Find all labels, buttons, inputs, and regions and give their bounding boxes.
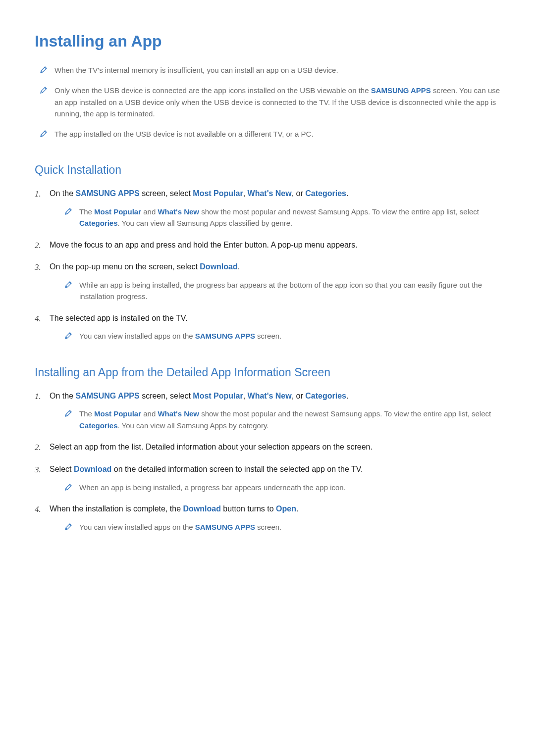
pencil-icon xyxy=(64,331,72,339)
text: The app installed on the USB device is n… xyxy=(54,130,314,138)
link-text: SAMSUNG APPS xyxy=(195,523,255,531)
pencil-icon xyxy=(40,65,48,73)
text: On the xyxy=(50,189,75,198)
note: While an app is being installed, the pro… xyxy=(50,279,500,302)
section-heading: Quick Installation xyxy=(35,163,500,177)
step-item: The selected app is installed on the TV.… xyxy=(35,312,500,342)
text: Only when the USB device is connected ar… xyxy=(54,86,371,95)
link-text: Categories xyxy=(305,189,346,198)
text: screen, select xyxy=(140,189,193,198)
text: . xyxy=(238,262,240,271)
text: and xyxy=(141,409,158,418)
text: , or xyxy=(292,392,306,400)
note-text: When an app is being installed, a progre… xyxy=(79,482,346,493)
text: on the detailed information screen to in… xyxy=(111,465,363,473)
pencil-icon xyxy=(40,129,48,137)
text: . xyxy=(346,392,348,400)
text: show the most popular and newest Samsung… xyxy=(199,207,479,216)
link-text: Most Popular xyxy=(193,392,243,400)
link-text: What's New xyxy=(248,189,292,198)
note-text: Only when the USB device is connected ar… xyxy=(54,85,500,119)
link-text: Most Popular xyxy=(193,189,243,198)
step-item: When the installation is complete, the D… xyxy=(35,503,500,533)
link-text: Most Popular xyxy=(94,207,141,216)
link-text: What's New xyxy=(158,207,199,216)
section-heading: Installing an App from the Detailed App … xyxy=(35,366,500,379)
note: When the TV's internal memory is insuffi… xyxy=(35,64,500,76)
link-text: SAMSUNG APPS xyxy=(195,332,255,340)
link-text: Download xyxy=(200,262,237,271)
note-text: The Most Popular and What's New show the… xyxy=(79,408,500,431)
step-item: On the pop-up menu on the screen, select… xyxy=(35,261,500,302)
link-text: Download xyxy=(74,465,111,473)
note: When an app is being installed, a progre… xyxy=(50,482,500,493)
step-text: On the SAMSUNG APPS screen, select Most … xyxy=(50,390,500,403)
text: screen. xyxy=(255,523,281,531)
link-text: Categories xyxy=(79,421,118,430)
text: On the xyxy=(50,392,75,400)
text: . xyxy=(346,189,348,198)
note-text: While an app is being installed, the pro… xyxy=(79,279,500,302)
note-text: The app installed on the USB device is n… xyxy=(54,128,314,140)
step-item: On the SAMSUNG APPS screen, select Most … xyxy=(35,390,500,431)
link-text: SAMSUNG APPS xyxy=(371,86,431,95)
top-notes-block: When the TV's internal memory is insuffi… xyxy=(35,64,500,140)
step-text: Move the focus to an app and press and h… xyxy=(50,239,500,252)
link-text: SAMSUNG APPS xyxy=(75,392,139,400)
step-item: Move the focus to an app and press and h… xyxy=(35,239,500,252)
pencil-icon xyxy=(40,86,48,94)
text: and xyxy=(141,207,158,216)
text: On the pop-up menu on the screen, select xyxy=(50,262,200,271)
step-text: The selected app is installed on the TV. xyxy=(50,312,500,325)
text: The xyxy=(79,409,94,418)
steps-list-1: On the SAMSUNG APPS screen, select Most … xyxy=(35,188,500,342)
text: . xyxy=(296,504,298,513)
text: You can view installed apps on the xyxy=(79,332,195,340)
text: When the TV's internal memory is insuffi… xyxy=(54,66,338,74)
text: You can view installed apps on the xyxy=(79,523,195,531)
step-item: Select Download on the detailed informat… xyxy=(35,463,500,493)
step-item: Select an app from the list. Detailed in… xyxy=(35,441,500,454)
text: , or xyxy=(292,189,306,198)
step-text: Select an app from the list. Detailed in… xyxy=(50,441,500,454)
step-item: On the SAMSUNG APPS screen, select Most … xyxy=(35,188,500,229)
pencil-icon xyxy=(64,483,72,491)
text: The xyxy=(79,207,94,216)
link-text: Most Popular xyxy=(94,409,141,418)
steps-list-2: On the SAMSUNG APPS screen, select Most … xyxy=(35,390,500,533)
note-text: You can view installed apps on the SAMSU… xyxy=(79,330,281,342)
text: When an app is being installed, a progre… xyxy=(79,483,346,492)
text: . You can view all Samsung Apps classifi… xyxy=(118,219,293,227)
text: The selected app is installed on the TV. xyxy=(50,314,187,322)
note-text: You can view installed apps on the SAMSU… xyxy=(79,521,281,533)
pencil-icon xyxy=(64,409,72,417)
pencil-icon xyxy=(64,280,72,288)
text: Select an app from the list. Detailed in… xyxy=(50,443,373,451)
link-text: Download xyxy=(183,504,220,513)
note: You can view installed apps on the SAMSU… xyxy=(50,330,500,342)
note: Only when the USB device is connected ar… xyxy=(35,85,500,119)
note: The Most Popular and What's New show the… xyxy=(50,408,500,431)
link-text: Categories xyxy=(305,392,346,400)
note: The app installed on the USB device is n… xyxy=(35,128,500,140)
text: , xyxy=(243,189,248,198)
step-text: Select Download on the detailed informat… xyxy=(50,463,500,476)
note-text: When the TV's internal memory is insuffi… xyxy=(54,64,338,76)
link-text: What's New xyxy=(158,409,199,418)
step-text: On the SAMSUNG APPS screen, select Most … xyxy=(50,188,500,200)
link-text: SAMSUNG APPS xyxy=(75,189,139,198)
text: . You can view all Samsung Apps by categ… xyxy=(118,421,269,430)
note: You can view installed apps on the SAMSU… xyxy=(50,521,500,533)
step-text: When the installation is complete, the D… xyxy=(50,503,500,515)
pencil-icon xyxy=(64,207,72,215)
text: screen. xyxy=(255,332,281,340)
text: button turns to xyxy=(221,504,276,513)
note: The Most Popular and What's New show the… xyxy=(50,206,500,229)
text: When the installation is complete, the xyxy=(50,504,183,513)
text: Select xyxy=(50,465,74,473)
note-text: The Most Popular and What's New show the… xyxy=(79,206,500,229)
link-text: Open xyxy=(276,504,296,513)
pencil-icon xyxy=(64,522,72,530)
text: show the most popular and the newest Sam… xyxy=(199,409,491,418)
text: , xyxy=(243,392,248,400)
